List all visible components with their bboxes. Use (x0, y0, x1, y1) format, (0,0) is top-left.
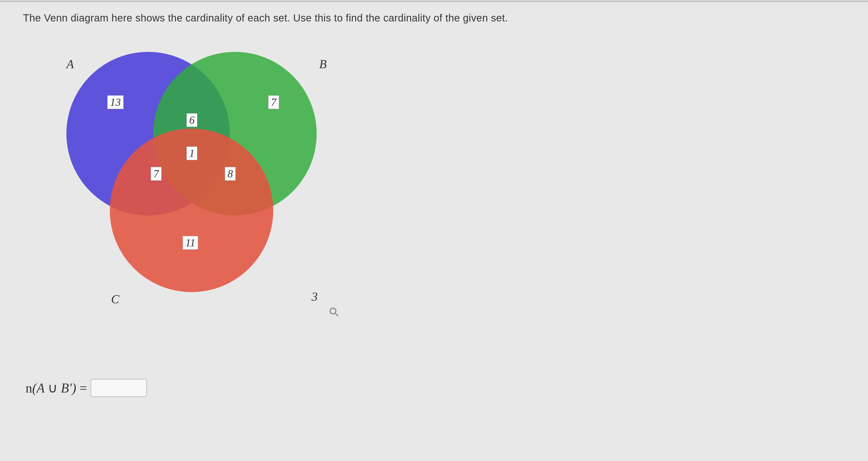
venn-diagram: A B C 13 7 6 1 7 8 11 3 ⚲ (41, 36, 373, 369)
region-ac-only: 7 (151, 167, 162, 181)
answer-input[interactable] (91, 379, 147, 397)
region-b-only: 7 (268, 95, 279, 109)
venn-svg (41, 36, 373, 369)
region-bc-only: 8 (225, 167, 236, 181)
question-prompt: The Venn diagram here shows the cardinal… (23, 12, 845, 24)
set-label-a: A (66, 57, 74, 71)
answer-row: n(A ∪ B′) = (26, 379, 845, 397)
set-label-b: B (319, 57, 327, 71)
region-c-only: 11 (183, 236, 198, 250)
region-abc: 1 (186, 146, 197, 160)
set-label-c: C (111, 292, 119, 306)
question-expression: n(A ∪ B′) = (26, 380, 87, 396)
region-outside: 3 (312, 290, 318, 304)
region-a-only: 13 (107, 95, 124, 109)
region-ab-only: 6 (186, 113, 197, 127)
